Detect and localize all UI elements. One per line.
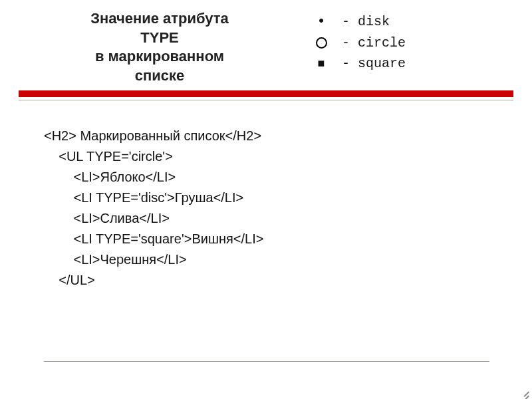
title-line: списке <box>47 66 273 86</box>
disc-icon <box>313 13 330 30</box>
code-line: <LI TYPE='disc'>Груша</LI> <box>44 188 532 208</box>
footer-rule <box>44 361 489 362</box>
circle-icon <box>313 37 330 49</box>
title-line: Значение атрибута <box>47 9 273 29</box>
legend-row-disk: - disk <box>313 13 406 30</box>
code-line: <LI>Слива</LI> <box>44 208 532 229</box>
header-rule-thin <box>19 100 513 100</box>
legend-label: - circle <box>342 35 406 51</box>
legend-label: - square <box>342 56 406 71</box>
resize-grip-icon <box>515 382 529 396</box>
code-line: </UL> <box>44 270 532 291</box>
legend-row-square: - square <box>313 56 406 71</box>
slide-title: Значение атрибута TYPE в маркированном с… <box>47 9 273 85</box>
marker-legend: - disk - circle - square <box>313 13 406 85</box>
square-icon <box>313 57 330 70</box>
title-line: TYPE <box>47 29 273 48</box>
header-rule-thick <box>19 90 513 97</box>
code-line: <LI TYPE='square'>Вишня</LI> <box>44 229 532 249</box>
code-line: <LI>Яблоко</LI> <box>44 167 532 188</box>
code-example: <H2> Маркированный список</H2> <UL TYPE=… <box>44 126 532 291</box>
title-line: в маркированном <box>47 47 273 66</box>
code-line: <UL TYPE='circle'> <box>44 146 532 167</box>
legend-row-circle: - circle <box>313 35 406 51</box>
code-line: <H2> Маркированный список</H2> <box>44 126 532 146</box>
code-line: <LI>Черешня</LI> <box>44 249 532 270</box>
legend-label: - disk <box>342 14 390 29</box>
slide-header: Значение атрибута TYPE в маркированном с… <box>0 0 532 85</box>
